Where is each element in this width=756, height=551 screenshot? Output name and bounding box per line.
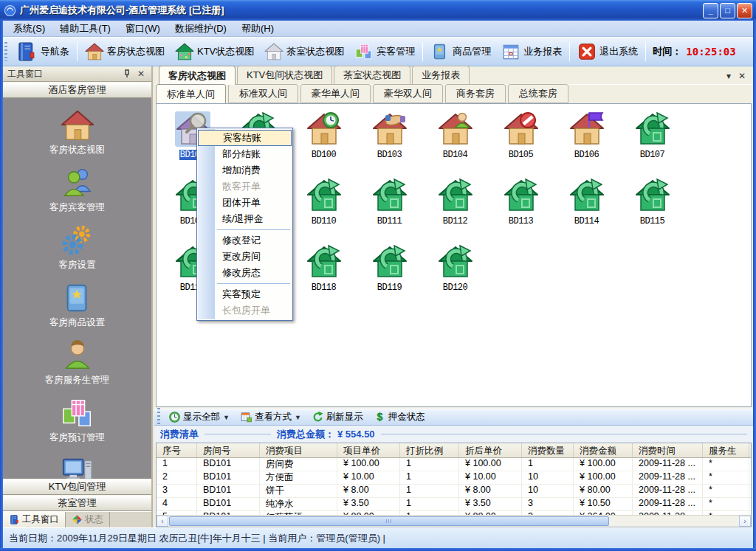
column-header-服务生[interactable]: 服务生 [703,443,749,457]
room-BD120[interactable]: BD120 [422,244,488,311]
column-header-消费金额[interactable]: 消费金额 [574,443,633,457]
table-row[interactable]: 1BD101房间费¥ 100.001¥ 100.001¥ 100.002009-… [157,458,751,471]
sidebar-tab-工具窗口[interactable]: 工具窗口 [3,512,66,527]
column-header-打折比例[interactable]: 打折比例 [400,443,459,457]
chevron-down-icon[interactable]: ▾ [726,71,731,81]
table-row[interactable]: 2BD101方便面¥ 10.001¥ 10.0010¥ 100.002009-1… [157,471,751,485]
room-type-tab-总统套房[interactable]: 总统套房 [508,84,568,103]
sidebar-item-客房商品设置[interactable]: 客房商品设置 [3,281,151,329]
sidebar-title: 工具窗口 [7,68,123,80]
context-menu-item-宾客预定[interactable]: 宾客预定 [197,286,292,302]
close-icon[interactable]: ✕ [738,71,746,81]
room-BD119[interactable]: BD119 [357,244,422,311]
table-cell: 1 [400,485,459,497]
view-tab-茶室状态视图[interactable]: 茶室状态视图 [334,66,410,84]
toolbar-button-商品管理[interactable]: 商品管理 [425,41,496,63]
sidebar-item-客房宾客管理[interactable]: 客房宾客管理 [3,166,151,214]
room-BD105[interactable]: BD105 [488,111,554,178]
table-horizontal-scrollbar[interactable]: ‹ › [157,515,751,527]
room-BD107[interactable]: BD107 [619,111,685,178]
window-frame-bottom [0,548,756,551]
column-header-项目单价[interactable]: 项目单价 [337,443,400,457]
room-house-icon-vacant [306,178,342,213]
room-type-tab-豪华双人间[interactable]: 豪华双人间 [373,84,443,103]
pin-icon[interactable] [123,69,135,78]
room-BD100[interactable]: BD100 [291,111,357,178]
footer-button-押金状态[interactable]: $押金状态 [368,411,430,423]
table-cell: 2009-11-28 ... [633,485,703,497]
room-BD112[interactable]: BD112 [422,178,488,244]
context-menu-item-续/退押金[interactable]: 续/退押金 [197,211,292,227]
sidebar-group-hotel-rooms[interactable]: 酒店客房管理 [3,82,151,98]
room-house-icon-vacant [372,244,408,280]
context-menu-item-增加消费[interactable]: 增加消费 [197,162,292,179]
table-cell: 1 [157,458,197,471]
room-label: BD100 [291,150,357,160]
close-button[interactable]: ✕ [737,3,752,18]
column-header-序号[interactable]: 序号 [157,443,197,457]
menu-item-4[interactable]: 帮助(H) [234,21,281,37]
sidebar-item-客房状态视图[interactable]: 客房状态视图 [3,108,151,156]
scroll-right-icon[interactable]: › [739,516,751,527]
view-tab-业务报表[interactable]: 业务报表 [412,66,470,84]
toolbar-button-宾客管理[interactable]: 宾客管理 [349,41,420,63]
toolbar-button-退出系统[interactable]: 退出系统 [572,41,643,63]
room-type-tab-豪华单人间[interactable]: 豪华单人间 [300,84,371,103]
maximize-button[interactable]: □ [720,3,735,18]
column-header-消费数量[interactable]: 消费数量 [522,443,574,457]
refresh-icon [312,411,324,423]
minimize-button[interactable]: _ [703,3,718,18]
room-BD111[interactable]: BD111 [357,178,422,244]
footer-button-查看方式[interactable]: 查看方式▼ [235,411,306,423]
room-BD106[interactable]: BD106 [554,111,619,178]
column-header-折后单价[interactable]: 折后单价 [459,443,522,457]
toolbar-button-茶室状态视图[interactable]: 茶室状态视图 [259,41,349,63]
menu-item-2[interactable]: 窗口(W) [118,21,168,37]
room-type-tab-商务套房[interactable]: 商务套房 [445,84,506,103]
sidebar-item-客房其他款项登记[interactable]: 客房其他款项登记 [3,454,151,479]
context-menu-item-团体开单[interactable]: 团体开单 [197,195,292,211]
room-BD103[interactable]: BD103 [357,111,422,178]
context-menu-item-修改登记[interactable]: 修改登记 [197,232,292,249]
sidebar-item-客房设置[interactable]: 客房设置 [3,223,151,271]
room-BD104[interactable]: BD104 [422,111,488,178]
toolbar-button-业务报表[interactable]: 业务报表 [496,41,567,63]
view-tab-客房状态视图[interactable]: 客房状态视图 [159,66,236,85]
room-type-tab-标准单人间[interactable]: 标准单人间 [156,84,226,104]
sidebar-group-茶室管理[interactable]: 茶室管理 [3,495,151,511]
context-menu-item-部分结账[interactable]: 部分结账 [197,146,292,162]
column-header-消费时间[interactable]: 消费时间 [633,443,703,457]
footer-button-刷新显示[interactable]: 刷新显示 [306,411,368,423]
sidebar-item-客房服务生管理[interactable]: 客房服务生管理 [3,339,151,387]
menu-item-0[interactable]: 系统(S) [6,21,52,37]
column-header-房间号[interactable]: 房间号 [197,443,260,457]
room-BD113[interactable]: BD113 [488,178,554,244]
scroll-left-icon[interactable]: ‹ [157,516,168,527]
toolbar-button-导航条[interactable]: 导航条 [10,39,75,64]
context-menu-item-更改房间[interactable]: 更改房间 [197,249,292,265]
room-BD114[interactable]: BD114 [554,178,619,244]
toolbar-button-label: 茶室状态视图 [286,45,344,58]
column-header-消费项目[interactable]: 消费项目 [260,443,337,457]
footer-button-label: 刷新显示 [326,411,363,423]
menu-item-1[interactable]: 辅助工具(T) [52,21,118,37]
context-menu-item-修改房态[interactable]: 修改房态 [197,265,292,281]
toolbar-button-客房状态视图[interactable]: 客房状态视图 [80,41,170,63]
sidebar-tab-状态[interactable]: 状态 [66,512,110,527]
table-row[interactable]: 4BD101纯净水¥ 3.501¥ 3.503¥ 10.502009-11-28… [157,498,751,511]
view-tab-KTV包间状态视图[interactable]: KTV包间状态视图 [237,66,332,84]
close-icon[interactable]: ✕ [135,69,147,79]
room-BD115[interactable]: BD115 [619,178,685,244]
table-row[interactable]: 3BD101饼干¥ 8.001¥ 8.0010¥ 80.002009-11-28… [157,485,751,498]
toolbar-button-KTV状态视图[interactable]: KTV状态视图 [170,41,259,63]
scrollbar-thumb[interactable] [169,516,609,526]
footer-button-显示全部[interactable]: 显示全部▼ [163,411,235,423]
room-BD118[interactable]: BD118 [291,244,357,311]
sidebar-group-KTV包间管理[interactable]: KTV包间管理 [3,479,151,495]
room-BD110[interactable]: BD110 [291,178,357,244]
context-menu-item-宾客结账[interactable]: 宾客结账 [198,130,292,146]
sidebar-item-客房预订管理[interactable]: 客房预订管理 [3,396,151,444]
room-type-tab-标准双人间[interactable]: 标准双人间 [228,84,298,103]
gears-icon [61,223,94,257]
menu-item-3[interactable]: 数据维护(D) [168,21,234,37]
